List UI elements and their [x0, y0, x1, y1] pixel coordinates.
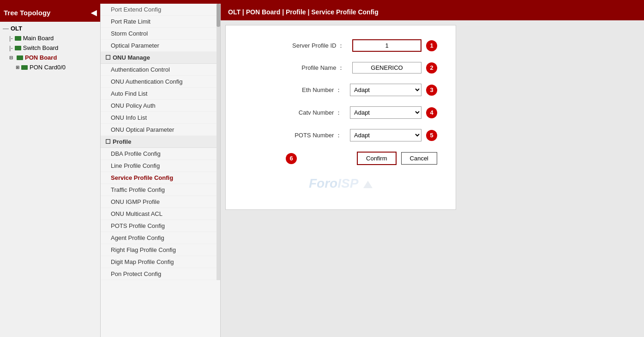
menu-item-onu-auth-config[interactable]: ONU Authentication Config [101, 76, 220, 88]
eth-number-select[interactable]: Adapt 0 1 2 4 8 [350, 84, 421, 96]
tree-item-main-board[interactable]: |- Main Board [0, 33, 100, 43]
profile-name-label: Profile Name ： [274, 64, 348, 72]
content-body: Server Profile ID ： 1 Profile Name ： 2 E… [221, 20, 644, 337]
pon-card-expand-icon: ⊞ [16, 65, 19, 70]
profile-label: Profile [113, 138, 131, 145]
menu-item-agent-profile-config[interactable]: Agent Profile Config [101, 232, 220, 244]
eth-number-row: Eth Number ： Adapt 0 1 2 4 8 3 [244, 84, 437, 96]
pots-number-select[interactable]: Adapt 0 1 2 4 [350, 129, 421, 141]
switch-board-icon [15, 46, 21, 50]
server-profile-id-label: Server Profile ID ： [274, 42, 348, 50]
menu-item-pots-profile-config[interactable]: POTS Profile Config [101, 220, 220, 232]
breadcrumb: OLT | PON Board | Profile | Service Prof… [221, 4, 644, 20]
pon-board-expand-icon: ⊟ [9, 55, 13, 60]
menu-item-optical-parameter[interactable]: Optical Parameter [101, 40, 220, 52]
confirm-button[interactable]: Confirm [357, 152, 397, 165]
profile-expand-icon: ☐ [105, 138, 111, 145]
menu-panel: Port Extend Config Port Rate Limit Storm… [101, 4, 221, 337]
menu-section-profile: ☐ Profile [101, 136, 220, 148]
menu-item-onu-policy-auth[interactable]: ONU Policy Auth [101, 100, 220, 112]
sidebar-header: Tree Topology ◀ [0, 4, 100, 22]
step-badge-1: 1 [426, 40, 437, 51]
pon-card-label: PON Card0/0 [30, 64, 66, 71]
onu-manage-expand-icon: ☐ [105, 54, 111, 61]
olt-line-icon: — [3, 25, 9, 32]
menu-section-onu-manage: ☐ ONU Manage [101, 52, 220, 64]
olt-label: OLT [11, 25, 22, 32]
menu-item-onu-igmp-profile[interactable]: ONU IGMP Profile [101, 196, 220, 208]
cancel-button[interactable]: Cancel [401, 152, 437, 165]
watermark: ForoISP [309, 176, 373, 191]
main-layout: Tree Topology ◀ — OLT |- Main Board |- S… [0, 4, 644, 337]
onu-manage-label: ONU Manage [113, 54, 150, 61]
menu-item-onu-info-list[interactable]: ONU Info List [101, 112, 220, 124]
sidebar-tree: — OLT |- Main Board |- Switch Board ⊟ PO… [0, 22, 100, 337]
pots-number-row: POTS Number ： Adapt 0 1 2 4 5 [244, 129, 437, 141]
menu-item-onu-optical-parameter[interactable]: ONU Optical Parameter [101, 124, 220, 136]
menu-item-right-flag-profile-config[interactable]: Right Flag Profile Config [101, 244, 220, 256]
menu-scrollbar[interactable] [217, 4, 220, 280]
sidebar: Tree Topology ◀ — OLT |- Main Board |- S… [0, 4, 101, 337]
step-badge-4: 4 [426, 107, 437, 118]
tree-item-pon-card[interactable]: ⊞ PON Card0/0 [0, 62, 100, 72]
top-bar [0, 0, 644, 4]
main-board-label: Main Board [23, 35, 54, 42]
main-board-prefix: |- [9, 35, 13, 42]
sidebar-title: Tree Topology [4, 9, 50, 17]
eth-number-label: Eth Number ： [271, 86, 345, 94]
step-badge-2: 2 [426, 62, 437, 74]
server-profile-id-row: Server Profile ID ： 1 [244, 39, 437, 52]
catv-number-select[interactable]: Adapt 0 1 [350, 106, 421, 119]
step-badge-3: 3 [426, 85, 437, 96]
menu-item-service-profile-config[interactable]: Service Profile Config [101, 172, 220, 184]
server-profile-id-input[interactable] [352, 39, 421, 52]
main-board-icon [15, 36, 21, 41]
pon-board-icon [17, 55, 23, 60]
content-area: OLT | PON Board | Profile | Service Prof… [221, 4, 644, 337]
step-badge-5: 5 [426, 130, 437, 141]
menu-item-auto-find-list[interactable]: Auto Find List [101, 88, 220, 100]
tree-item-pon-board[interactable]: ⊟ PON Board [0, 53, 100, 62]
switch-board-prefix: |- [9, 44, 13, 51]
button-row: 6 Confirm Cancel [300, 152, 437, 165]
menu-item-dba-profile-config[interactable]: DBA Profile Config [101, 148, 220, 160]
menu-item-authentication-control[interactable]: Authentication Control [101, 64, 220, 76]
catv-number-label: Catv Number ： [271, 109, 345, 117]
switch-board-label: Switch Board [23, 44, 59, 51]
menu-item-line-profile-config[interactable]: Line Profile Config [101, 160, 220, 172]
pon-card-icon [21, 65, 28, 70]
menu-item-pon-protect-config[interactable]: Pon Protect Config [101, 268, 220, 280]
pots-number-label: POTS Number ： [271, 131, 345, 140]
tree-item-olt[interactable]: — OLT [0, 24, 100, 33]
step-badge-6: 6 [286, 153, 297, 164]
catv-number-row: Catv Number ： Adapt 0 1 4 [244, 106, 437, 119]
menu-item-digit-map-profile-config[interactable]: Digit Map Profile Config [101, 256, 220, 268]
menu-item-traffic-profile-config[interactable]: Traffic Profile Config [101, 184, 220, 196]
sidebar-toggle-icon[interactable]: ◀ [91, 8, 96, 17]
tree-item-switch-board[interactable]: |- Switch Board [0, 43, 100, 53]
menu-item-onu-multicast-acl[interactable]: ONU Multicast ACL [101, 208, 220, 220]
menu-item-storm-control[interactable]: Storm Control [101, 28, 220, 40]
pon-board-label: PON Board [25, 54, 57, 61]
profile-name-input[interactable] [352, 62, 421, 74]
menu-item-port-rate-limit[interactable]: Port Rate Limit [101, 16, 220, 28]
form-panel: Server Profile ID ： 1 Profile Name ： 2 E… [225, 25, 456, 210]
breadcrumb-text: OLT | PON Board | Profile | Service Prof… [228, 8, 379, 16]
profile-name-row: Profile Name ： 2 [244, 62, 437, 74]
menu-item-port-config[interactable]: Port Extend Config [101, 4, 220, 16]
menu-scrollbar-thumb[interactable] [217, 4, 220, 27]
